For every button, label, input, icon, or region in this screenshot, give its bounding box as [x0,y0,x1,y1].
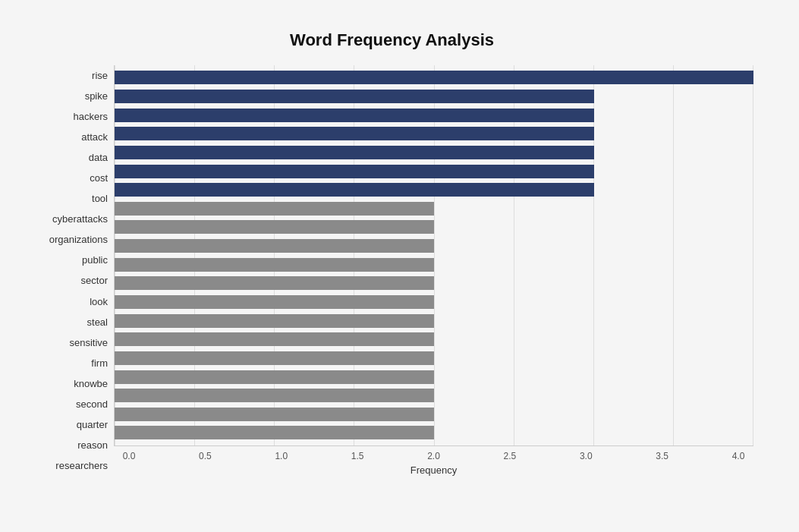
bars-and-x: 0.00.51.01.52.02.53.03.54.0 Frequency [114,65,753,476]
bar-row [115,125,753,142]
bars-section [114,65,753,445]
chart-area: risespikehackersattackdatacosttoolcybera… [30,65,753,476]
bar [115,183,594,197]
y-label: quarter [30,420,108,430]
bar-row [115,107,753,124]
bar [115,370,434,384]
x-tick: 0.0 [114,451,144,461]
bar [115,220,434,234]
y-label: public [30,255,108,265]
y-label: researchers [30,461,108,471]
y-label: spike [30,91,108,101]
bars-inner [115,65,753,445]
bar-row [115,238,753,254]
y-label: tool [30,194,108,203]
bar [115,146,594,159]
bar-row [115,181,753,198]
bar-row [115,294,753,310]
bar [115,426,434,439]
x-tick: 4.0 [723,451,753,461]
x-tick: 1.5 [342,451,373,461]
y-label: steal [30,317,108,327]
y-label: reason [30,440,108,450]
bar-row [115,313,753,329]
bar-row [115,275,753,291]
bar [115,332,434,346]
y-label: second [30,399,108,409]
bar [115,202,434,216]
chart-title: Word Frequency Analysis [30,30,753,50]
bar-row [115,424,753,441]
y-label: knowbe [30,379,108,389]
bar [115,165,594,178]
y-label: organizations [30,235,108,244]
bar [115,239,434,253]
x-tick: 3.0 [571,451,601,461]
x-tick: 3.5 [647,451,678,461]
bar-row [115,369,753,386]
y-label: sensitive [30,338,108,348]
bar-row [115,257,753,273]
x-tick: 0.5 [190,451,220,461]
y-label: hackers [30,112,108,121]
bar-row [115,387,753,404]
bar-row [115,350,753,367]
y-label: sector [30,275,108,285]
bar [115,276,434,290]
chart-container: Word Frequency Analysis risespikehackers… [15,15,784,532]
bar [115,258,434,272]
x-tick: 2.5 [495,451,525,461]
bar-row [115,200,753,217]
bar [115,408,434,421]
bar-row [115,144,753,161]
x-tick: 2.0 [419,451,449,461]
bar [115,90,594,103]
bar-row [115,219,753,235]
x-tick: 1.0 [266,451,297,461]
bar [115,109,594,122]
bar [115,71,753,84]
bar [115,389,434,402]
y-label: data [30,153,108,162]
bar-row [115,88,753,105]
bar-row [115,331,753,348]
bar-row [115,406,753,423]
bar [115,295,434,309]
bar-row [115,163,753,180]
y-axis-labels: risespikehackersattackdatacosttoolcybera… [30,65,114,476]
y-label: attack [30,132,108,142]
y-label: cost [30,173,108,183]
x-axis-label: Frequency [114,464,753,476]
y-label: firm [30,358,108,368]
x-axis: 0.00.51.01.52.02.53.03.54.0 [114,445,753,461]
bar [115,351,434,365]
y-label: rise [30,71,108,80]
y-label: look [30,297,108,307]
bar-row [115,69,753,86]
bar [115,314,434,328]
y-label: cyberattacks [30,214,108,224]
bar [115,127,594,140]
